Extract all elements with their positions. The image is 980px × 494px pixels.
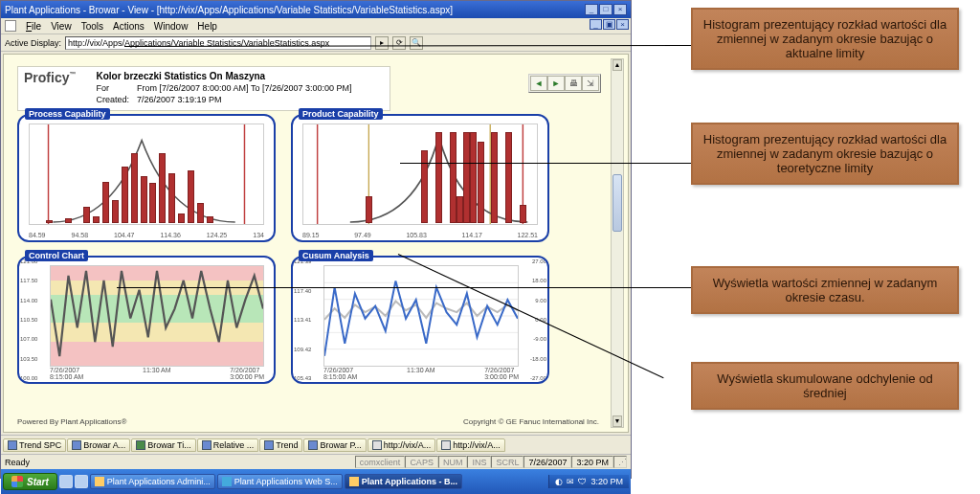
created-label: Created: [93, 95, 132, 104]
scroll-up-button[interactable]: ▲ [612, 59, 622, 71]
chart-icon [202, 440, 212, 450]
x-axis-ticks: 84.5994.58 104.47114.36 124.25134 [29, 232, 264, 238]
scroll-down-button[interactable]: ▼ [612, 415, 622, 427]
maximize-button[interactable]: □ [599, 4, 612, 15]
leader-line [400, 163, 691, 164]
y-axis-ticks-right: 27.0018.009.000.00-9.00-18.00-27.00 [520, 258, 546, 382]
tab-browar-a[interactable]: Browar A... [67, 438, 130, 452]
status-grip: ⋰ [613, 456, 627, 468]
quicklaunch-icon[interactable] [75, 475, 88, 488]
tab-browar-p[interactable]: Browar P... [303, 438, 366, 452]
vertical-scrollbar[interactable]: ▲ ▼ [611, 58, 624, 428]
app-icon [349, 477, 359, 486]
menu-actions[interactable]: Actions [113, 21, 145, 32]
status-scrl: SCRL [491, 456, 523, 468]
chart-frame: 121.39117.40113.41109.42105.43 27.0018.0… [291, 256, 549, 384]
title-bar: Plant Applications - Browar - View - [ht… [1, 1, 631, 18]
cusum-analysis-panel[interactable]: Cusum Analysis 121.39117.40113.41109.421… [291, 250, 549, 384]
cusum-chart [323, 265, 519, 367]
globe-icon [136, 440, 145, 450]
tray-time: 3:20 PM [590, 477, 623, 486]
window-controls: _ □ × [585, 4, 627, 15]
process-capability-panel[interactable]: Process Capability 84.5994.58 104.47114.… [17, 108, 276, 242]
proficy-logo: Proficy™ [24, 70, 87, 85]
app-icon [95, 477, 104, 486]
tab-relative[interactable]: Relative ... [197, 438, 259, 452]
active-display-url[interactable]: http://vix/Apps/Applications/Variable St… [65, 36, 371, 50]
annotation-1: Histogram prezentujący rozkład wartości … [691, 8, 959, 70]
chart-title: Process Capability [25, 108, 110, 120]
page-icon [441, 440, 451, 450]
report-content: Proficy™ Kolor brzeczki Statistics On Ma… [3, 54, 629, 433]
product-capability-chart [302, 124, 538, 225]
taskbar-item[interactable]: Plant Applications Web S... [217, 474, 343, 489]
report-nav: ◄ ► 🖶 ⇲ [528, 74, 601, 93]
menu-view[interactable]: View [51, 21, 72, 32]
go-button[interactable]: ▸ [375, 36, 389, 50]
status-ins: INS [467, 456, 491, 468]
status-ready: Ready [5, 458, 30, 467]
tray-icon[interactable]: 🛡 [578, 477, 587, 486]
status-comx: comxclient [355, 456, 406, 468]
menu-bar: FFileile View Tools Actions Window Help … [1, 18, 631, 34]
nav-next-button[interactable]: ► [547, 76, 565, 91]
refresh-button[interactable]: ⟳ [392, 36, 406, 50]
annotation-2: Histogram prezentujący rozkład wartości … [691, 123, 959, 185]
chart-icon [72, 440, 81, 450]
tab-trend[interactable]: Trend [259, 438, 302, 452]
tab-browar-ti[interactable]: Browar Ti... [131, 438, 196, 452]
status-caps: CAPS [405, 456, 438, 468]
ie-icon [222, 477, 232, 486]
close-button[interactable]: × [613, 4, 627, 15]
annotation-4: Wyświetla skumulowane odchylenie od śred… [691, 362, 959, 410]
chart-frame: 89.1597.49 105.83114.17 122.51 [291, 114, 549, 242]
status-time: 3:20 PM [571, 456, 613, 468]
nav-print-button[interactable]: 🖶 [565, 76, 582, 91]
x-axis-ticks: 7/26/2007 8:15:00 AM 11:30 AM 7/26/2007 … [323, 367, 519, 380]
app-window: Plant Applications - Browar - View - [ht… [0, 0, 632, 479]
y-axis-ticks-left: 121.39117.40113.41109.42105.43 [294, 258, 321, 382]
mdi-close-button[interactable]: × [616, 19, 629, 30]
active-display-label: Active Display: [5, 38, 61, 48]
menu-tools[interactable]: Tools [81, 21, 103, 32]
x-axis-ticks: 89.1597.49 105.83114.17 122.51 [302, 232, 538, 238]
tab-url-1[interactable]: http://vix/A... [368, 438, 436, 452]
mdi-minimize-button[interactable]: _ [590, 19, 602, 30]
chart-icon [8, 440, 17, 450]
for-value: From [7/26/2007 8:00:00 AM] To [7/26/200… [134, 83, 354, 93]
minimize-button[interactable]: _ [585, 4, 598, 15]
status-num: NUM [438, 456, 468, 468]
tab-url-2[interactable]: http://vix/A... [436, 438, 505, 452]
product-capability-panel[interactable]: Product Capability 89.1597.49 105.83114.… [291, 108, 549, 242]
page-icon [372, 440, 382, 450]
menu-file[interactable]: FFileile [26, 21, 41, 32]
report-meta: Kolor brzeczki Statistics On Maszyna For… [91, 69, 356, 106]
report-header: Proficy™ Kolor brzeczki Statistics On Ma… [17, 66, 390, 111]
display-tabs: Trend SPC Browar A... Browar Ti... Relat… [1, 435, 631, 454]
tab-trend-spc[interactable]: Trend SPC [3, 438, 66, 452]
window-title: Plant Applications - Browar - View - [ht… [5, 5, 453, 15]
process-capability-chart [29, 124, 264, 225]
menu-help[interactable]: Help [197, 21, 217, 32]
scroll-thumb[interactable] [612, 174, 622, 232]
tray-icon[interactable]: ✉ [567, 477, 574, 486]
taskbar-item-active[interactable]: Plant Applications - B... [345, 474, 462, 489]
control-chart [50, 265, 264, 367]
quicklaunch-icon[interactable] [59, 475, 73, 488]
page-icon [5, 20, 16, 32]
y-axis-ticks: 121.00117.50114.00110.50107.00103.50100.… [20, 258, 47, 382]
tray-icon[interactable]: ◐ [555, 477, 563, 486]
mdi-restore-button[interactable]: ▣ [603, 19, 615, 30]
report-title: Kolor brzeczki Statistics On Maszyna [93, 71, 354, 81]
system-tray[interactable]: ◐ ✉ 🛡 3:20 PM [548, 475, 629, 488]
menu-window[interactable]: Window [154, 21, 189, 32]
nav-export-button[interactable]: ⇲ [582, 76, 599, 91]
taskbar-item[interactable]: Plant Applications Admini... [90, 474, 215, 489]
annotation-3: Wyświetla wartości zmiennej w zadanym ok… [691, 266, 959, 314]
chart-title: Cusum Analysis [299, 250, 373, 261]
find-button[interactable]: 🔍 [410, 36, 423, 50]
nav-prev-button[interactable]: ◄ [530, 76, 547, 91]
leader-line [117, 287, 691, 288]
control-chart-panel[interactable]: Control Chart 121.00117.50114.00110.5010… [17, 250, 276, 384]
start-button[interactable]: Start [3, 473, 57, 490]
